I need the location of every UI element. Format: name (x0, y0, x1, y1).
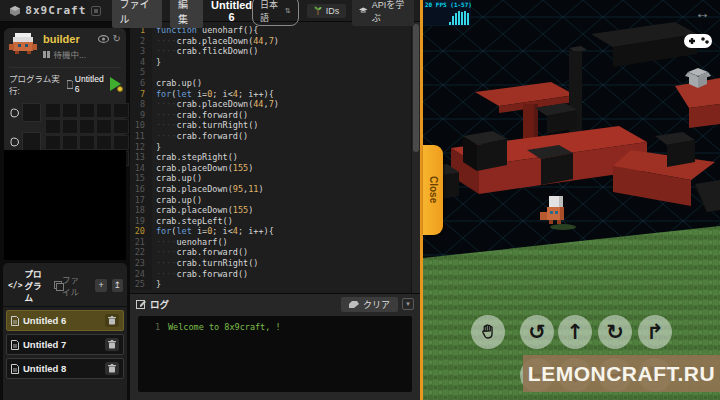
project-name: Untitled 6 (23, 315, 101, 326)
code-line[interactable]: 2····crab.placeDown(44,7) (130, 36, 411, 47)
editor-scrollbar[interactable] (411, 22, 420, 293)
code-text: for(let i=0; i<4; i++){ (152, 89, 274, 100)
log-clear-button[interactable]: クリア (341, 297, 398, 312)
refresh-icon[interactable]: ↻ (113, 33, 121, 44)
code-line[interactable]: 8····crab.placeDown(44,7) (130, 99, 411, 110)
inventory-slot[interactable] (96, 119, 112, 134)
code-line[interactable]: 11····crab.forward() (130, 131, 411, 142)
code-line[interactable]: 13crab.stepRight() (130, 152, 411, 163)
ids-button[interactable]: IDs (307, 4, 347, 18)
eraser-icon (349, 300, 359, 308)
upload-program-button[interactable]: ↥ (112, 279, 123, 292)
code-line[interactable]: 17crab.up() (130, 195, 411, 206)
code-editor[interactable]: 1function uenoharf(){2····crab.placeDown… (130, 22, 420, 293)
code-text: crab.placeDown(155) (152, 163, 253, 174)
menu-file-button[interactable]: ファイル (112, 0, 162, 28)
project-item[interactable]: Untitled 6 (6, 310, 124, 331)
control-turn-up-button[interactable]: ↱ (638, 315, 672, 349)
code-line[interactable]: 15crab.up() (130, 173, 411, 184)
add-program-button[interactable]: + (95, 279, 106, 292)
tab-program[interactable]: </> プログラム (8, 267, 49, 303)
code-line[interactable]: 6crab.up() (130, 78, 411, 89)
inventory-slot[interactable] (113, 135, 129, 150)
inventory-slot[interactable] (79, 135, 95, 150)
code-line[interactable]: 24····crab.forward() (130, 269, 411, 280)
copy-icon (54, 281, 60, 289)
delete-project-button[interactable] (105, 314, 119, 327)
code-line[interactable]: 3····crab.flickDown() (130, 46, 411, 57)
code-text: ····crab.forward() (152, 131, 248, 142)
game-viewport[interactable]: 20 FPS (1-57) ↔ C (420, 0, 720, 400)
learn-api-label: APIを学ぶ (372, 0, 407, 24)
language-select[interactable]: 日本語 ⇅ (252, 0, 299, 26)
code-line[interactable]: 20for(let i=0; i<4; i++){ (130, 226, 411, 237)
code-text: ····crab.flickDown() (152, 46, 258, 57)
control-hand-button[interactable] (471, 315, 505, 349)
code-line[interactable]: 14crab.placeDown(155) (130, 163, 411, 174)
log-header: ログ クリア ▾ (130, 294, 420, 314)
hand-slot[interactable] (22, 132, 41, 151)
code-line[interactable]: 22····crab.forward() (130, 247, 411, 258)
code-line[interactable]: 18crab.placeDown(155) (130, 205, 411, 216)
control-rotate-ccw-button[interactable]: ↺ (520, 315, 554, 349)
code-line[interactable]: 4} (130, 57, 411, 68)
line-number: 16 (130, 184, 152, 195)
project-item[interactable]: Untitled 8 (6, 358, 124, 379)
control-forward-button[interactable]: ↑ (558, 315, 592, 349)
inventory-slot[interactable] (45, 135, 61, 150)
inventory-slot[interactable] (79, 103, 95, 118)
inventory-box-icon[interactable] (685, 66, 711, 88)
delete-project-button[interactable] (105, 362, 119, 375)
sprout-icon (314, 6, 322, 15)
inventory-slot[interactable] (96, 135, 112, 150)
inventory-slot[interactable] (96, 103, 112, 118)
log-collapse-icon[interactable]: ▾ (402, 298, 414, 310)
code-line[interactable]: 10····crab.turnRight() (130, 120, 411, 131)
code-line[interactable]: 23····crab.turnRight() (130, 258, 411, 269)
resize-horizontal-icon[interactable]: ↔ (695, 4, 710, 21)
inventory-slot[interactable] (113, 119, 129, 134)
eye-icon[interactable] (98, 35, 109, 43)
code-text: } (152, 279, 161, 290)
code-line[interactable]: 5 (130, 67, 411, 78)
inventory-slot[interactable] (62, 135, 78, 150)
graduation-cap-icon (359, 7, 367, 15)
close-panel-tab[interactable]: Close (423, 145, 443, 235)
run-target-name: Untitled 6 (75, 74, 106, 94)
project-name: Untitled 7 (23, 339, 101, 350)
glove-icon (9, 108, 20, 118)
top-menubar: 8x9Craft ファイル 編集 Untitled 6 日本語 ⇅ IDs AP… (0, 0, 420, 22)
code-line[interactable]: 7for(let i=0; i<4; i++){ (130, 89, 411, 100)
delete-project-button[interactable] (105, 338, 119, 351)
code-line[interactable]: 19crab.stepLeft() (130, 216, 411, 227)
line-number: 9 (130, 110, 152, 121)
code-line[interactable]: 25} (130, 279, 411, 290)
menu-edit-button[interactable]: 編集 (170, 0, 203, 28)
tab-file[interactable]: ファイル (54, 273, 85, 297)
inventory-slot[interactable] (62, 103, 78, 118)
line-number: 15 (130, 173, 152, 184)
project-item[interactable]: Untitled 7 (6, 334, 124, 355)
run-settings-gear-icon[interactable] (117, 86, 123, 92)
gamepad-icon[interactable] (684, 32, 712, 50)
ids-button-label: IDs (326, 6, 340, 16)
fps-meter[interactable]: 20 FPS (1-57) (423, 0, 471, 26)
document-title: Untitled 6 (211, 0, 252, 23)
learn-api-button[interactable]: APIを学ぶ (352, 0, 414, 26)
code-line[interactable]: 21····uenoharf() (130, 237, 411, 248)
code-text: ····crab.turnRight() (152, 258, 258, 269)
inventory-slot[interactable] (113, 103, 129, 118)
run-button[interactable] (110, 77, 121, 91)
popout-icon[interactable] (91, 6, 101, 16)
code-line[interactable]: 16crab.placeDown(95,11) (130, 184, 411, 195)
line-number: 2 (130, 36, 152, 47)
editor-scrollbar-thumb[interactable] (413, 24, 419, 152)
code-line[interactable]: 12} (130, 142, 411, 153)
inventory-slot[interactable] (79, 119, 95, 134)
hand-slot[interactable] (22, 103, 41, 122)
control-rotate-cw-button[interactable]: ↻ (598, 315, 632, 349)
inventory-slot[interactable] (45, 119, 61, 134)
inventory-slot[interactable] (62, 119, 78, 134)
inventory-slot[interactable] (45, 103, 61, 118)
code-line[interactable]: 9····crab.forward() (130, 110, 411, 121)
